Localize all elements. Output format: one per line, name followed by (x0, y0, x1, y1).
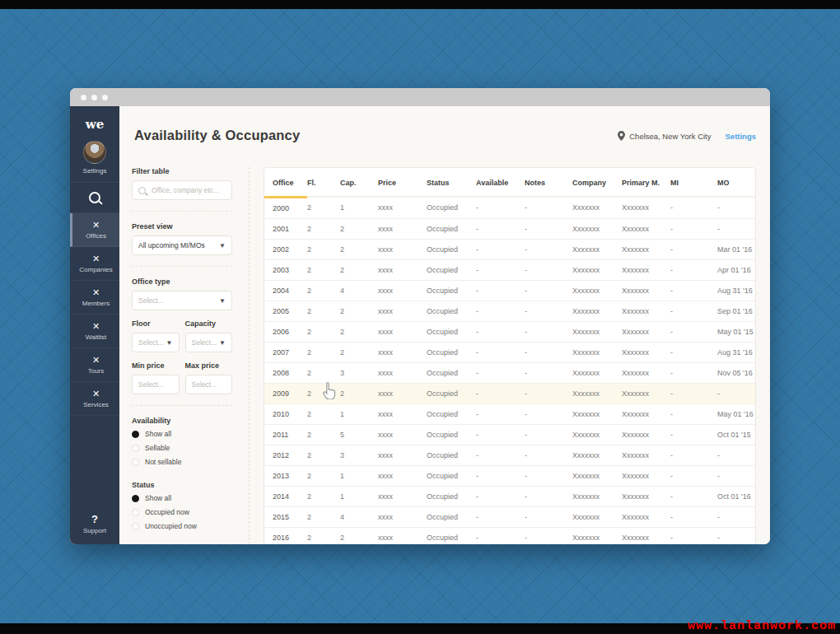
office-cell: 2001 (264, 218, 307, 239)
radio-button[interactable] (132, 431, 139, 438)
status-option-occupied-now[interactable]: Occupied now (132, 508, 232, 516)
search-icon (89, 192, 100, 203)
window-dot-icon[interactable] (81, 95, 86, 100)
location-pin-icon (618, 131, 625, 141)
table-row[interactable]: 201421xxxxOccupied--XxxxxxxXxxxxxx-Oct 0… (264, 486, 755, 506)
column-header-mo[interactable]: MO (717, 168, 755, 197)
column-header-company[interactable]: Company (572, 168, 622, 197)
column-header-primarym[interactable]: Primary M. (622, 168, 670, 197)
status-option-show-all[interactable]: Show all (132, 494, 232, 502)
table-row[interactable]: 200823xxxxOccupied--XxxxxxxXxxxxxx-Nov 0… (264, 362, 755, 383)
table-row[interactable]: 201321xxxxOccupied--XxxxxxxXxxxxxx-- (264, 465, 755, 486)
column-header-notes[interactable]: Notes (525, 168, 572, 197)
radio-button[interactable] (132, 509, 139, 516)
sidebar-item-support[interactable]: ? Support (70, 513, 119, 544)
office-cell: 2010 (264, 403, 307, 424)
table-row[interactable]: 200021xxxxOccupied--XxxxxxxXxxxxxx-- (264, 197, 755, 218)
sidebar-item-tours[interactable]: ✕Tours (70, 348, 119, 382)
preset-view-label: Preset view (132, 222, 232, 231)
min-price-field[interactable]: Select... (132, 375, 180, 394)
table-row[interactable]: 200424xxxxOccupied--XxxxxxxXxxxxxx-Aug 3… (264, 280, 755, 301)
office-cell: 2016 (264, 527, 307, 544)
sidebar-item-waitlist[interactable]: ✕Waitlist (70, 315, 119, 348)
office-cell: 2012 (264, 445, 307, 465)
table-row[interactable]: 200222xxxxOccupied--XxxxxxxXxxxxxx-Mar 0… (264, 239, 755, 259)
sidebar-item-companies[interactable]: ✕Companies (70, 247, 119, 281)
search-icon (138, 187, 146, 194)
availability-option-show-all[interactable]: Show all (132, 430, 232, 438)
office-cell: 2003 (264, 259, 307, 280)
column-header-price[interactable]: Price (378, 168, 427, 197)
location-settings-link[interactable]: Settings (726, 132, 756, 141)
floor-select[interactable]: Select... ▼ (132, 333, 180, 352)
office-cell: 2007 (264, 342, 307, 362)
question-mark-icon: ? (70, 513, 119, 525)
sidebar-top: we Settings (70, 106, 119, 183)
column-header-status[interactable]: Status (427, 168, 476, 197)
table-row[interactable]: 200122xxxxOccupied--XxxxxxxXxxxxxx-- (264, 218, 755, 239)
app-window: we Settings ✕Offices✕Companies✕Members✕W… (70, 88, 770, 544)
x-icon: ✕ (92, 322, 100, 331)
table-row[interactable]: 201125xxxxOccupied--XxxxxxxXxxxxxx-Oct 0… (264, 424, 755, 445)
table-row[interactable]: 201021xxxxOccupied--XxxxxxxXxxxxxx-May 0… (264, 403, 755, 424)
avatar[interactable] (83, 141, 106, 164)
filter-search-field[interactable] (132, 180, 232, 200)
office-cell: 2000 (264, 197, 307, 218)
preset-view-select[interactable]: All upcoming MI/MOs ▼ (132, 235, 232, 255)
availability-table: OfficeFl.Cap.PriceStatusAvailableNotesCo… (264, 168, 755, 544)
office-cell: 2006 (264, 321, 307, 342)
chevron-down-icon: ▼ (219, 339, 226, 347)
table-row[interactable]: 200722xxxxOccupied--XxxxxxxXxxxxxx-Aug 3… (264, 342, 755, 362)
table-row[interactable]: 200922xxxxOccupied--XxxxxxxXxxxxxx-- (264, 383, 755, 403)
max-price-label: Max price (185, 361, 233, 370)
radio-button[interactable] (132, 459, 139, 466)
status-label: Status (132, 481, 232, 489)
window-dot-icon[interactable] (102, 95, 108, 100)
sidebar-settings-label[interactable]: Settings (70, 167, 119, 175)
radio-button[interactable] (132, 523, 139, 530)
max-price-field[interactable]: Select... (185, 375, 233, 394)
radio-button[interactable] (132, 445, 139, 452)
sidebar-item-members[interactable]: ✕Members (70, 281, 119, 315)
table-row[interactable]: 201622xxxxOccupied--XxxxxxxXxxxxxx-- (264, 527, 755, 544)
x-icon: ✕ (92, 288, 100, 297)
table-row[interactable]: 200622xxxxOccupied--XxxxxxxXxxxxxx-May 0… (264, 321, 755, 342)
search-input[interactable] (150, 185, 226, 195)
office-cell: 2004 (264, 280, 307, 301)
capacity-select[interactable]: Select... ▼ (185, 333, 233, 352)
column-header-mi[interactable]: MI (670, 168, 717, 197)
table-row[interactable]: 200322xxxxOccupied--XxxxxxxXxxxxxx-Apr 0… (264, 259, 755, 280)
min-price-label: Min price (132, 361, 180, 370)
watermark: www.lanlanwork.com (688, 619, 836, 633)
table-row[interactable]: 200522xxxxOccupied--XxxxxxxXxxxxxx-Sep 0… (264, 301, 755, 321)
office-cell: 2011 (264, 424, 307, 445)
x-icon: ✕ (92, 221, 100, 230)
column-header-fl[interactable]: Fl. (307, 168, 340, 197)
x-icon: ✕ (92, 389, 100, 399)
availability-table-card: OfficeFl.Cap.PriceStatusAvailableNotesCo… (264, 167, 756, 544)
table-row[interactable]: 201524xxxxOccupied--XxxxxxxXxxxxxx-- (264, 506, 755, 527)
x-icon: ✕ (92, 356, 100, 365)
page-title: Availability & Occupancy (134, 128, 300, 143)
availability-option-sellable[interactable]: Sellable (132, 444, 232, 452)
status-option-unoccupied-now[interactable]: Unoccupied now (132, 522, 232, 530)
office-cell: 2008 (264, 362, 307, 383)
chevron-down-icon: ▼ (219, 242, 226, 249)
availability-label: Availability (132, 417, 232, 425)
availability-option-not-sellable[interactable]: Not sellable (132, 458, 232, 466)
office-cell: 2005 (264, 301, 307, 321)
radio-button[interactable] (132, 495, 139, 502)
office-cell: 2013 (264, 465, 307, 486)
sidebar-search-button[interactable] (70, 183, 119, 213)
sidebar-item-services[interactable]: ✕Services (70, 382, 119, 416)
table-row[interactable]: 201223xxxxOccupied--XxxxxxxXxxxxxx-- (264, 445, 755, 465)
window-titlebar[interactable] (70, 88, 770, 106)
window-dot-icon[interactable] (91, 95, 97, 100)
column-header-cap[interactable]: Cap. (340, 168, 378, 197)
office-type-select[interactable]: Select... ▼ (132, 291, 232, 310)
chevron-down-icon: ▼ (166, 339, 173, 347)
sidebar-item-offices[interactable]: ✕Offices (70, 213, 119, 247)
we-logo: we (70, 117, 119, 132)
column-header-office[interactable]: Office (264, 168, 307, 197)
column-header-available[interactable]: Available (476, 168, 525, 197)
